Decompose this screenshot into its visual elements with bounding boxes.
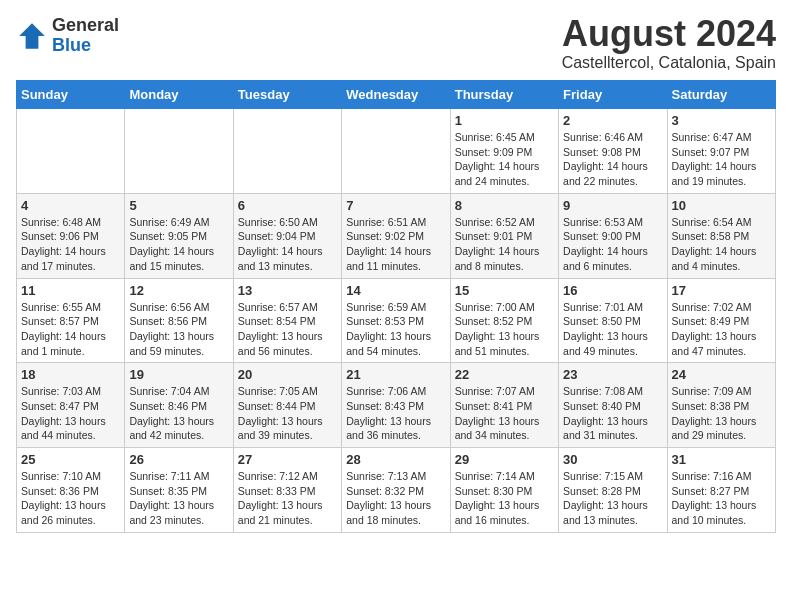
calendar-week-2: 4Sunrise: 6:48 AM Sunset: 9:06 PM Daylig… (17, 193, 776, 278)
calendar-cell: 27Sunrise: 7:12 AM Sunset: 8:33 PM Dayli… (233, 448, 341, 533)
day-number: 2 (563, 113, 662, 128)
day-number: 4 (21, 198, 120, 213)
header: General Blue August 2024 Castelltercol, … (16, 16, 776, 72)
day-info: Sunrise: 7:10 AM Sunset: 8:36 PM Dayligh… (21, 469, 120, 528)
calendar-cell: 26Sunrise: 7:11 AM Sunset: 8:35 PM Dayli… (125, 448, 233, 533)
day-info: Sunrise: 6:54 AM Sunset: 8:58 PM Dayligh… (672, 215, 771, 274)
day-number: 25 (21, 452, 120, 467)
calendar-cell: 7Sunrise: 6:51 AM Sunset: 9:02 PM Daylig… (342, 193, 450, 278)
day-number: 11 (21, 283, 120, 298)
weekday-header-tuesday: Tuesday (233, 81, 341, 109)
day-number: 27 (238, 452, 337, 467)
calendar-cell: 21Sunrise: 7:06 AM Sunset: 8:43 PM Dayli… (342, 363, 450, 448)
calendar-cell (233, 109, 341, 194)
day-number: 14 (346, 283, 445, 298)
day-info: Sunrise: 7:01 AM Sunset: 8:50 PM Dayligh… (563, 300, 662, 359)
month-year: August 2024 (562, 16, 776, 52)
day-info: Sunrise: 7:09 AM Sunset: 8:38 PM Dayligh… (672, 384, 771, 443)
day-number: 22 (455, 367, 554, 382)
day-number: 1 (455, 113, 554, 128)
calendar-cell: 24Sunrise: 7:09 AM Sunset: 8:38 PM Dayli… (667, 363, 775, 448)
weekday-header-thursday: Thursday (450, 81, 558, 109)
calendar-cell: 10Sunrise: 6:54 AM Sunset: 8:58 PM Dayli… (667, 193, 775, 278)
day-number: 3 (672, 113, 771, 128)
calendar-cell: 6Sunrise: 6:50 AM Sunset: 9:04 PM Daylig… (233, 193, 341, 278)
calendar-cell: 23Sunrise: 7:08 AM Sunset: 8:40 PM Dayli… (559, 363, 667, 448)
weekday-header-monday: Monday (125, 81, 233, 109)
calendar-cell: 28Sunrise: 7:13 AM Sunset: 8:32 PM Dayli… (342, 448, 450, 533)
day-info: Sunrise: 6:59 AM Sunset: 8:53 PM Dayligh… (346, 300, 445, 359)
calendar-cell: 19Sunrise: 7:04 AM Sunset: 8:46 PM Dayli… (125, 363, 233, 448)
day-info: Sunrise: 6:46 AM Sunset: 9:08 PM Dayligh… (563, 130, 662, 189)
day-info: Sunrise: 7:11 AM Sunset: 8:35 PM Dayligh… (129, 469, 228, 528)
day-number: 12 (129, 283, 228, 298)
day-info: Sunrise: 6:55 AM Sunset: 8:57 PM Dayligh… (21, 300, 120, 359)
calendar-cell: 22Sunrise: 7:07 AM Sunset: 8:41 PM Dayli… (450, 363, 558, 448)
day-info: Sunrise: 7:02 AM Sunset: 8:49 PM Dayligh… (672, 300, 771, 359)
calendar-cell: 3Sunrise: 6:47 AM Sunset: 9:07 PM Daylig… (667, 109, 775, 194)
calendar-cell: 4Sunrise: 6:48 AM Sunset: 9:06 PM Daylig… (17, 193, 125, 278)
calendar-cell: 30Sunrise: 7:15 AM Sunset: 8:28 PM Dayli… (559, 448, 667, 533)
day-info: Sunrise: 6:57 AM Sunset: 8:54 PM Dayligh… (238, 300, 337, 359)
day-number: 28 (346, 452, 445, 467)
calendar-cell: 29Sunrise: 7:14 AM Sunset: 8:30 PM Dayli… (450, 448, 558, 533)
calendar-cell: 2Sunrise: 6:46 AM Sunset: 9:08 PM Daylig… (559, 109, 667, 194)
day-number: 21 (346, 367, 445, 382)
day-number: 17 (672, 283, 771, 298)
day-number: 9 (563, 198, 662, 213)
day-number: 29 (455, 452, 554, 467)
logo-icon (16, 20, 48, 52)
day-number: 16 (563, 283, 662, 298)
weekday-header-saturday: Saturday (667, 81, 775, 109)
location: Castelltercol, Catalonia, Spain (562, 54, 776, 72)
day-number: 26 (129, 452, 228, 467)
day-info: Sunrise: 7:03 AM Sunset: 8:47 PM Dayligh… (21, 384, 120, 443)
logo: General Blue (16, 16, 119, 56)
day-info: Sunrise: 7:12 AM Sunset: 8:33 PM Dayligh… (238, 469, 337, 528)
day-info: Sunrise: 6:49 AM Sunset: 9:05 PM Dayligh… (129, 215, 228, 274)
day-info: Sunrise: 7:06 AM Sunset: 8:43 PM Dayligh… (346, 384, 445, 443)
svg-marker-0 (19, 23, 45, 49)
day-info: Sunrise: 7:00 AM Sunset: 8:52 PM Dayligh… (455, 300, 554, 359)
day-info: Sunrise: 6:50 AM Sunset: 9:04 PM Dayligh… (238, 215, 337, 274)
calendar-cell: 1Sunrise: 6:45 AM Sunset: 9:09 PM Daylig… (450, 109, 558, 194)
calendar-cell (17, 109, 125, 194)
day-info: Sunrise: 7:16 AM Sunset: 8:27 PM Dayligh… (672, 469, 771, 528)
calendar-table: SundayMondayTuesdayWednesdayThursdayFrid… (16, 80, 776, 533)
calendar-cell: 31Sunrise: 7:16 AM Sunset: 8:27 PM Dayli… (667, 448, 775, 533)
day-number: 18 (21, 367, 120, 382)
title-section: August 2024 Castelltercol, Catalonia, Sp… (562, 16, 776, 72)
day-info: Sunrise: 7:15 AM Sunset: 8:28 PM Dayligh… (563, 469, 662, 528)
calendar-cell: 20Sunrise: 7:05 AM Sunset: 8:44 PM Dayli… (233, 363, 341, 448)
day-info: Sunrise: 7:07 AM Sunset: 8:41 PM Dayligh… (455, 384, 554, 443)
calendar-week-3: 11Sunrise: 6:55 AM Sunset: 8:57 PM Dayli… (17, 278, 776, 363)
calendar-cell (342, 109, 450, 194)
calendar-cell: 16Sunrise: 7:01 AM Sunset: 8:50 PM Dayli… (559, 278, 667, 363)
day-info: Sunrise: 6:48 AM Sunset: 9:06 PM Dayligh… (21, 215, 120, 274)
day-number: 10 (672, 198, 771, 213)
day-number: 30 (563, 452, 662, 467)
weekday-header-friday: Friday (559, 81, 667, 109)
day-number: 7 (346, 198, 445, 213)
calendar-week-1: 1Sunrise: 6:45 AM Sunset: 9:09 PM Daylig… (17, 109, 776, 194)
calendar-cell: 15Sunrise: 7:00 AM Sunset: 8:52 PM Dayli… (450, 278, 558, 363)
calendar-week-5: 25Sunrise: 7:10 AM Sunset: 8:36 PM Dayli… (17, 448, 776, 533)
calendar-cell: 18Sunrise: 7:03 AM Sunset: 8:47 PM Dayli… (17, 363, 125, 448)
day-info: Sunrise: 6:52 AM Sunset: 9:01 PM Dayligh… (455, 215, 554, 274)
day-info: Sunrise: 7:04 AM Sunset: 8:46 PM Dayligh… (129, 384, 228, 443)
calendar-cell (125, 109, 233, 194)
weekday-header-wednesday: Wednesday (342, 81, 450, 109)
day-info: Sunrise: 7:05 AM Sunset: 8:44 PM Dayligh… (238, 384, 337, 443)
day-number: 24 (672, 367, 771, 382)
day-info: Sunrise: 6:56 AM Sunset: 8:56 PM Dayligh… (129, 300, 228, 359)
calendar-cell: 25Sunrise: 7:10 AM Sunset: 8:36 PM Dayli… (17, 448, 125, 533)
day-info: Sunrise: 7:08 AM Sunset: 8:40 PM Dayligh… (563, 384, 662, 443)
day-info: Sunrise: 6:47 AM Sunset: 9:07 PM Dayligh… (672, 130, 771, 189)
day-info: Sunrise: 6:51 AM Sunset: 9:02 PM Dayligh… (346, 215, 445, 274)
day-info: Sunrise: 6:45 AM Sunset: 9:09 PM Dayligh… (455, 130, 554, 189)
calendar-week-4: 18Sunrise: 7:03 AM Sunset: 8:47 PM Dayli… (17, 363, 776, 448)
day-info: Sunrise: 6:53 AM Sunset: 9:00 PM Dayligh… (563, 215, 662, 274)
calendar-cell: 13Sunrise: 6:57 AM Sunset: 8:54 PM Dayli… (233, 278, 341, 363)
calendar-cell: 11Sunrise: 6:55 AM Sunset: 8:57 PM Dayli… (17, 278, 125, 363)
day-number: 19 (129, 367, 228, 382)
